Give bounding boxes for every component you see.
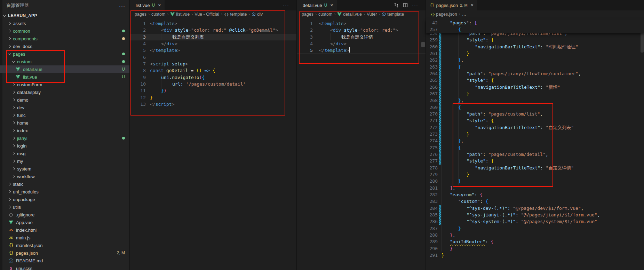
code-line-265[interactable]: 265"style": {: [426, 77, 644, 84]
code-line-13[interactable]: 13</script>: [130, 101, 297, 108]
tree-item-dev_docs[interactable]: dev_docs: [0, 42, 129, 50]
tree-item-dataDisplay[interactable]: dataDisplay: [0, 88, 129, 96]
scrollbar-thumb[interactable]: [421, 42, 425, 47]
tree-item-manifest.json[interactable]: {}manifest.json: [0, 241, 129, 249]
tree-item-func[interactable]: func: [0, 111, 129, 119]
code-line-4[interactable]: 4</div>: [297, 40, 426, 47]
more-actions-icon[interactable]: ···: [412, 2, 418, 8]
code-line-2[interactable]: 2<div style="color: red;" @click="goDeta…: [130, 27, 297, 33]
tree-item-customForm[interactable]: customForm: [0, 81, 129, 88]
code-line-1[interactable]: 1<template>: [130, 20, 297, 27]
tree-item-App.vue[interactable]: App.vue: [0, 219, 129, 226]
code-line-280[interactable]: 280}: [426, 178, 644, 184]
tab-list-vue[interactable]: list.vue U ×: [130, 0, 165, 10]
tree-root[interactable]: LEARUN_APP: [0, 12, 129, 19]
code-line-7[interactable]: 7<script setup>: [130, 61, 297, 67]
tree-item-demo[interactable]: demo: [0, 96, 129, 104]
code-line-291[interactable]: 291}: [426, 252, 644, 259]
code-line-286[interactable]: 286"^sys-system-(.*)": "@/pages/system/$…: [426, 218, 644, 225]
tree-item-list.vue[interactable]: list.vueU: [0, 73, 129, 81]
breadcrumb-item[interactable]: pages: [302, 12, 313, 17]
tree-item-uni_modules[interactable]: uni_modules: [0, 188, 129, 196]
close-icon[interactable]: ×: [471, 2, 474, 8]
tree-item-dev[interactable]: dev: [0, 104, 129, 111]
code-line-269[interactable]: 269{: [426, 104, 644, 111]
open-changes-icon[interactable]: [394, 3, 399, 8]
tree-item-pages.json[interactable]: {}pages.json2, M: [0, 249, 129, 257]
tree-item-index.html[interactable]: <>index.html: [0, 226, 129, 234]
breadcrumb-item[interactable]: div: [252, 12, 263, 17]
code-line-3[interactable]: 3我是自定义详情: [297, 34, 426, 40]
code-line-267[interactable]: 267}: [426, 90, 644, 97]
code-line-273[interactable]: 273}: [426, 131, 644, 137]
breadcrumb-item[interactable]: list.vue: [170, 12, 190, 17]
more-actions-icon[interactable]: ···: [283, 2, 289, 8]
tree-item-common[interactable]: common: [0, 27, 129, 35]
code-line-259[interactable]: 259"style": {: [426, 37, 644, 43]
tree-item-.gitignore[interactable]: .gitignore: [0, 211, 129, 219]
code-line-282[interactable]: 282"easycom": {: [426, 191, 644, 198]
code-line-9[interactable]: 9uni.navigateTo({: [130, 74, 297, 81]
code-line-6[interactable]: 6: [130, 54, 297, 61]
breadcrumb-item[interactable]: template: [382, 12, 404, 17]
code-line-289[interactable]: 289"uniIdRouter": {: [426, 238, 644, 245]
explorer-more-icon[interactable]: ···: [119, 3, 125, 9]
code-line-264[interactable]: 264"path": "pages/jianyi/flowTime/contai…: [426, 70, 644, 77]
code-line-260[interactable]: 260"navigationBarTitleText": "时间组件验证": [426, 43, 644, 50]
tree-item-home[interactable]: home: [0, 119, 129, 127]
tree-item-uni.scss[interactable]: Suni.scss: [0, 264, 129, 270]
code-line-1[interactable]: 1<template>: [297, 20, 426, 27]
tab-pages-json[interactable]: {} pages.json 2, M ×: [426, 0, 477, 10]
sticky-scroll[interactable]: 42"pages": [257{: [426, 19, 644, 33]
breadcrumb-item[interactable]: custom: [318, 12, 332, 17]
code-line-272[interactable]: 272"navigationBarTitleText": "自定义列表": [426, 124, 644, 131]
code-line-2[interactable]: 2<div style="color: red;">: [297, 27, 426, 33]
code-line-281[interactable]: 281],: [426, 185, 644, 191]
code-line-285[interactable]: 285"^sys-jianyi-(.*)": "@/pages/jianyi/$…: [426, 212, 644, 218]
code-line-268[interactable]: 268},: [426, 97, 644, 104]
tree-item-system[interactable]: system: [0, 165, 129, 173]
code-editor-pages-json[interactable]: 258"path": "pages/jianyi/flowTime/list",…: [426, 30, 644, 259]
code-line-279[interactable]: 279}: [426, 171, 644, 178]
breadcrumb-item[interactable]: …: [462, 12, 467, 17]
breadcrumb-item[interactable]: detail.vue: [337, 12, 362, 17]
tree-item-detail.vue[interactable]: detail.vueU: [0, 65, 129, 73]
code-line-276[interactable]: 276"path": "pages/custom/detail",: [426, 151, 644, 158]
tree-item-main.js[interactable]: JSmain.js: [0, 234, 129, 241]
close-icon[interactable]: ×: [158, 2, 161, 8]
tree-item-jianyi[interactable]: jianyi: [0, 134, 129, 142]
breadcrumb-item[interactable]: pages: [135, 12, 146, 17]
code-line-275[interactable]: 275{: [426, 144, 644, 151]
code-line-263[interactable]: 263{: [426, 64, 644, 70]
tree-item-login[interactable]: login: [0, 142, 129, 150]
tree-item-utils[interactable]: utils: [0, 203, 129, 211]
split-editor-icon[interactable]: [403, 3, 408, 8]
code-line-278[interactable]: 278"navigationBarTitleText": "自定义详情": [426, 165, 644, 171]
code-line-290[interactable]: 290}: [426, 245, 644, 252]
code-line-12[interactable]: 12}: [130, 94, 297, 101]
code-editor-detail-vue[interactable]: 1<template>2<div style="color: red;">3我是…: [297, 18, 426, 54]
tab-detail-vue[interactable]: detail.vue U ×: [297, 0, 337, 10]
code-line-42[interactable]: 42"pages": [: [426, 19, 644, 26]
tree-item-my[interactable]: my: [0, 157, 129, 165]
breadcrumb-item[interactable]: {}pages.json: [431, 12, 457, 17]
tree-item-assets[interactable]: assets: [0, 19, 129, 27]
code-line-274[interactable]: 274},: [426, 137, 644, 144]
code-line-270[interactable]: 270"path": "pages/custom/list",: [426, 111, 644, 117]
tree-item-index[interactable]: index: [0, 127, 129, 134]
code-line-271[interactable]: 271"style": {: [426, 117, 644, 124]
tree-item-workflow[interactable]: workflow: [0, 173, 129, 180]
code-line-5[interactable]: 5</template>: [297, 47, 426, 54]
breadcrumb-item[interactable]: Vue - Official: [194, 12, 219, 17]
code-line-4[interactable]: 4</div>: [130, 40, 297, 47]
breadcrumb-item[interactable]: {}template: [224, 12, 247, 17]
tree-item-unpackage[interactable]: unpackage: [0, 196, 129, 203]
code-editor-list-vue[interactable]: 1<template>2<div style="color: red;" @cl…: [130, 18, 297, 108]
code-line-262[interactable]: 262},: [426, 57, 644, 63]
code-line-284[interactable]: 284"^sys-dev-(.*)": "@/pages/dev/$1/form…: [426, 205, 644, 212]
code-line-287[interactable]: 287}: [426, 225, 644, 232]
code-line-288[interactable]: 288},: [426, 232, 644, 238]
tree-item-msg[interactable]: msg: [0, 150, 129, 157]
code-line-261[interactable]: 261}: [426, 50, 644, 57]
code-line-266[interactable]: 266"navigationBarTitleText": "新增": [426, 84, 644, 90]
